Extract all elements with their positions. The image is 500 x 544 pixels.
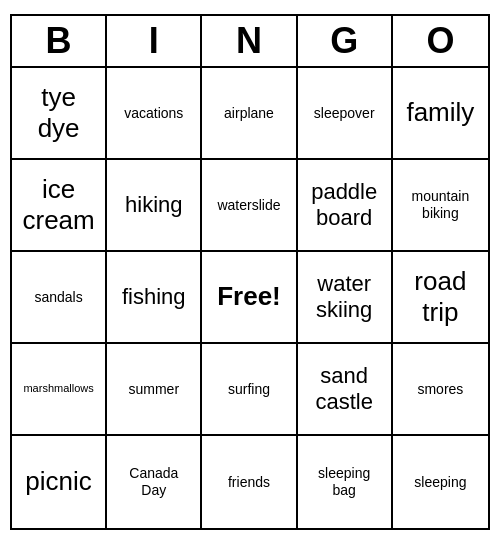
cell-text-11: fishing: [122, 284, 186, 310]
bingo-cell-20: picnic: [12, 436, 107, 528]
cell-text-23: sleeping bag: [318, 465, 370, 499]
cell-text-18: sand castle: [315, 363, 372, 416]
header-letter-o: O: [393, 16, 488, 66]
bingo-cell-9: mountain biking: [393, 160, 488, 252]
bingo-cell-12: Free!: [202, 252, 297, 344]
header-letter-n: N: [202, 16, 297, 66]
bingo-cell-11: fishing: [107, 252, 202, 344]
bingo-cell-13: water skiing: [298, 252, 393, 344]
cell-text-16: summer: [129, 381, 180, 398]
cell-text-20: picnic: [25, 466, 91, 497]
cell-text-21: Canada Day: [129, 465, 178, 499]
bingo-cell-16: summer: [107, 344, 202, 436]
cell-text-2: airplane: [224, 105, 274, 122]
bingo-cell-2: airplane: [202, 68, 297, 160]
bingo-cell-18: sand castle: [298, 344, 393, 436]
bingo-cell-3: sleepover: [298, 68, 393, 160]
cell-text-24: sleeping: [414, 474, 466, 491]
cell-text-12: Free!: [217, 281, 281, 312]
bingo-cell-23: sleeping bag: [298, 436, 393, 528]
cell-text-1: vacations: [124, 105, 183, 122]
cell-text-8: paddle board: [311, 179, 377, 232]
cell-text-17: surfing: [228, 381, 270, 398]
cell-text-9: mountain biking: [412, 188, 470, 222]
cell-text-0: tye dye: [38, 82, 80, 144]
bingo-cell-15: marshmallows: [12, 344, 107, 436]
cell-text-14: road trip: [414, 266, 466, 328]
bingo-cell-1: vacations: [107, 68, 202, 160]
cell-text-19: smores: [417, 381, 463, 398]
header-letter-b: B: [12, 16, 107, 66]
bingo-grid: tye dyevacationsairplanesleepoverfamilyi…: [12, 68, 488, 528]
bingo-cell-8: paddle board: [298, 160, 393, 252]
bingo-cell-4: family: [393, 68, 488, 160]
cell-text-13: water skiing: [316, 271, 372, 324]
bingo-cell-7: waterslide: [202, 160, 297, 252]
bingo-cell-14: road trip: [393, 252, 488, 344]
cell-text-22: friends: [228, 474, 270, 491]
cell-text-5: ice cream: [22, 174, 94, 236]
bingo-cell-6: hiking: [107, 160, 202, 252]
bingo-cell-10: sandals: [12, 252, 107, 344]
cell-text-10: sandals: [34, 289, 82, 306]
cell-text-15: marshmallows: [23, 382, 93, 395]
bingo-cell-0: tye dye: [12, 68, 107, 160]
bingo-cell-24: sleeping: [393, 436, 488, 528]
bingo-cell-5: ice cream: [12, 160, 107, 252]
bingo-header: BINGO: [12, 16, 488, 68]
header-letter-g: G: [298, 16, 393, 66]
bingo-cell-19: smores: [393, 344, 488, 436]
bingo-cell-17: surfing: [202, 344, 297, 436]
cell-text-4: family: [406, 97, 474, 128]
bingo-cell-22: friends: [202, 436, 297, 528]
cell-text-3: sleepover: [314, 105, 375, 122]
cell-text-7: waterslide: [217, 197, 280, 214]
bingo-cell-21: Canada Day: [107, 436, 202, 528]
cell-text-6: hiking: [125, 192, 182, 218]
header-letter-i: I: [107, 16, 202, 66]
bingo-card: BINGO tye dyevacationsairplanesleepoverf…: [10, 14, 490, 530]
